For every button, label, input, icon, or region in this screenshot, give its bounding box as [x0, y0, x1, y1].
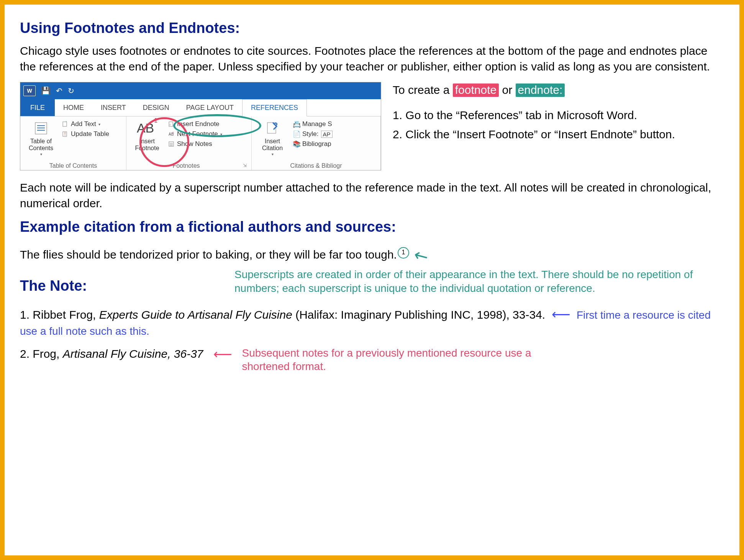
note-2: 2. Frog, Artisanal Fly Cuisine, 36-37 — [20, 346, 203, 362]
show-notes-icon — [168, 141, 175, 147]
dialog-launcher-icon[interactable]: ⇲ — [243, 163, 248, 168]
note1-pre: 1. Ribbet Frog, — [20, 308, 99, 321]
pill-footnote: footnote — [453, 84, 499, 97]
group-table-of-contents: Table of Contents ▾ + Add Text ▾ — [20, 116, 126, 170]
group-label-footnotes: Footnotes — [129, 162, 243, 169]
instr-mid: or — [499, 84, 515, 96]
manage-sources-icon: 📇 — [293, 121, 300, 128]
next-footnote-icon: AB1 — [168, 131, 175, 138]
svg-text:i: i — [170, 123, 170, 126]
manage-sources-button[interactable]: 📇 Manage S — [293, 120, 333, 128]
document-page: Using Footnotes and Endnotes: Chicago st… — [0, 0, 744, 560]
group-label-toc: Table of Contents — [23, 162, 123, 169]
redo-icon[interactable]: ↻ — [68, 86, 74, 95]
style-icon: 📄 — [293, 131, 300, 138]
show-notes-button[interactable]: Show Notes — [168, 140, 222, 148]
group-label-citations: Citations & Bibliogr — [255, 162, 377, 169]
svg-text:+: + — [65, 121, 67, 123]
bibliography-button[interactable]: 📚 Bibliograp — [293, 140, 333, 148]
insert-footnote-button[interactable]: AB1 Insert Footnote — [129, 119, 165, 162]
insert-citation-icon — [264, 120, 280, 136]
tab-design[interactable]: DESIGN — [134, 99, 178, 116]
heading-using: Using Footnotes and Endnotes: — [20, 20, 724, 36]
toc-label: Table of Contents — [23, 138, 59, 152]
instruction-step-2: 2. Click the “Insert Footnote” or “Inser… — [393, 126, 724, 142]
add-text-icon: + — [62, 121, 69, 128]
ribbon-and-instructions-row: W 💾 ↶ ↻ FILE HOME INSERT DESIGN PAGE LAY… — [20, 82, 724, 170]
arrow-left-pink-icon: ⟵ — [213, 346, 232, 362]
tab-file[interactable]: FILE — [20, 99, 55, 116]
note2-title: Artisanal Fly Cuisine, 36-37 — [63, 347, 203, 360]
note-1: 1. Ribbet Frog, Experts Guide to Artisan… — [20, 306, 724, 339]
update-table-button[interactable]: ! Update Table — [62, 130, 109, 138]
note2-pre: 2. Frog, — [20, 347, 63, 360]
heading-example: Example citation from a fictional author… — [20, 219, 724, 235]
update-table-icon: ! — [62, 131, 69, 138]
example-text: The flies should be tendorized prior to … — [20, 248, 397, 261]
subsequent-citation-annotation: Subsequent notes for a previously mentio… — [242, 346, 533, 373]
toc-icon — [33, 120, 49, 136]
after-ribbon-paragraph: Each note will be indicated by a supersc… — [20, 180, 724, 211]
tab-references[interactable]: REFERENCES — [242, 99, 307, 116]
style-dropdown[interactable]: 📄 Style: AP — [293, 130, 333, 138]
instruction-step-1: 1. Go to the “References” tab in Micro­s… — [393, 107, 724, 123]
instructions-panel: To create a footnote or endnote: 1. Go t… — [393, 82, 724, 142]
add-text-button[interactable]: + Add Text ▾ — [62, 120, 109, 128]
tab-insert[interactable]: INSERT — [92, 99, 134, 116]
ribbon-tabs: FILE HOME INSERT DESIGN PAGE LAYOUT REFE… — [20, 99, 381, 116]
insert-endnote-icon: i — [168, 121, 175, 128]
pill-endnote: endnote: — [516, 84, 565, 97]
next-footnote-button[interactable]: AB1 Next Footnote ▾ — [168, 130, 222, 138]
word-app-icon: W — [23, 85, 36, 96]
svg-text:1: 1 — [172, 131, 174, 134]
table-of-contents-button[interactable]: Table of Contents ▾ — [23, 119, 59, 162]
superscript-explanation: Superscripts are created in order of the… — [234, 266, 724, 296]
insert-footnote-icon: AB1 — [139, 120, 155, 136]
ribbon-groups: Table of Contents ▾ + Add Text ▾ — [20, 116, 381, 170]
group-footnotes: AB1 Insert Footnote i Inse — [126, 116, 252, 170]
undo-icon[interactable]: ↶ — [56, 86, 62, 95]
arrow-left-blue-icon: ⟵ — [552, 307, 570, 321]
quick-access-toolbar: W 💾 ↶ ↻ — [20, 82, 381, 99]
group-citations: Insert Citation ▾ 📇 Manage S � — [252, 116, 381, 170]
superscript-marker: 1 — [398, 247, 409, 259]
instr-lead: To create a — [393, 84, 453, 96]
note1-title: Experts Guide to Artisanal Fly Cuisine — [99, 308, 292, 321]
example-sentence: The flies should be tendorized prior to … — [20, 243, 724, 262]
intro-paragraph: Chicago style uses footnotes or endnotes… — [20, 43, 724, 74]
insert-citation-button[interactable]: Insert Citation ▾ — [255, 119, 290, 162]
bibliography-icon: 📚 — [293, 141, 300, 147]
note-2-row: 2. Frog, Artisanal Fly Cuisine, 36-37 ⟵ … — [20, 346, 724, 373]
note1-post: (Halifax: Imaginary Publishing INC, 1998… — [292, 308, 545, 321]
insert-endnote-button[interactable]: i Insert Endnote — [168, 120, 222, 128]
svg-text:!: ! — [64, 131, 66, 137]
save-icon[interactable]: 💾 — [41, 86, 51, 95]
note-section-row: The Note: Superscripts are created in or… — [20, 266, 724, 301]
arrow-to-superscript-icon: ↖ — [410, 244, 432, 268]
heading-the-note: The Note: — [20, 278, 219, 294]
word-ribbon-screenshot: W 💾 ↶ ↻ FILE HOME INSERT DESIGN PAGE LAY… — [20, 82, 381, 170]
tab-home[interactable]: HOME — [55, 99, 92, 116]
tab-page-layout[interactable]: PAGE LAYOUT — [178, 99, 242, 116]
